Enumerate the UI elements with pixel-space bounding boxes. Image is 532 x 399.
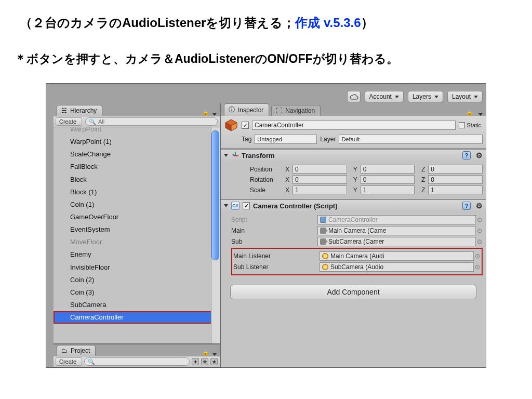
static-toggle[interactable]: Static [459,122,483,128]
script-component: C# ✓ Camera Controller (Script) ? ⚙ Scri… [221,199,486,278]
enable-checkbox[interactable]: ✓ [243,202,250,209]
tab-navigation[interactable]: ⛶ Navigation [271,105,321,116]
hierarchy-item[interactable]: WarpPoint [54,127,220,136]
lock-icon[interactable]: 🔒 [202,109,209,116]
object-picker-icon[interactable]: ⊙ [475,227,483,234]
hierarchy-item[interactable]: Coin (1) [54,198,220,211]
layer-dropdown[interactable]: Default [339,135,483,144]
hierarchy-item[interactable]: Coin (2) [54,274,220,286]
filter-icon[interactable]: ❖ [201,358,208,365]
hierarchy-item[interactable]: GameOverFloor [54,211,220,223]
object-picker-icon[interactable]: ⊙ [473,252,481,260]
object-name-field[interactable]: CameraController [252,121,456,130]
audio-icon [322,253,328,259]
tab-project[interactable]: 🗀 Project [57,345,96,356]
filter-icon[interactable]: ✦ [192,358,199,365]
lock-icon[interactable]: 🔒 [202,349,209,356]
scrollbar[interactable] [211,127,220,343]
cloud-button[interactable] [347,91,361,102]
position-y-field[interactable]: 0 [361,165,415,174]
scale-z-field[interactable]: 1 [428,185,483,194]
script-header[interactable]: C# ✓ Camera Controller (Script) ? ⚙ [221,200,486,211]
hierarchy-item[interactable]: EventSystem [54,223,220,236]
version-link[interactable]: 作成 v.5.3.6 [295,16,361,30]
object-picker-icon[interactable]: ⊙ [473,263,481,271]
unity-editor: Account Layers Layout ☵ Hierarchy 🔒 Crea… [46,83,486,368]
chevron-down-icon [395,96,399,98]
layer-label: Layer [320,136,336,143]
rotation-x-field[interactable]: 0 [292,175,347,184]
panel-menu-icon[interactable] [212,353,217,356]
folder-icon: 🗀 [61,347,68,354]
tag-dropdown[interactable]: Untagged [255,135,317,144]
sub-listener-field[interactable]: SubCamera (Audio [320,262,474,272]
foldout-icon[interactable] [224,154,228,157]
scale-y-field[interactable]: 1 [361,185,415,194]
hierarchy-item[interactable]: WarpPoint (1) [54,136,220,148]
hierarchy-search-input[interactable]: 🔍All [85,117,218,126]
transform-header[interactable]: Transform ? ⚙ [221,150,486,161]
rotation-z-field[interactable]: 0 [428,175,483,184]
rotation-y-field[interactable]: 0 [361,175,415,184]
hierarchy-create-button[interactable]: Create [56,117,82,126]
project-search-input[interactable]: 🔍 [84,357,190,366]
hierarchy-item-selected[interactable]: CameraController [54,311,220,324]
hierarchy-list[interactable]: WarpPointWarpPoint (1)ScaleChangeFallBlo… [54,127,220,343]
project-create-button[interactable]: Create [56,357,82,366]
scale-x-field[interactable]: 1 [292,185,347,194]
hierarchy-item[interactable]: Coin (3) [54,286,220,299]
chevron-down-icon [474,96,478,98]
main-label: Main [231,227,314,234]
script-field[interactable]: CameraController [317,215,476,224]
object-picker-icon[interactable]: ⊙ [475,238,483,245]
hierarchy-item[interactable]: SubCamera [54,299,220,311]
hierarchy-item[interactable]: MoveFloor [54,236,220,248]
lock-icon[interactable]: 🔒 [466,109,473,116]
sub-field[interactable]: SubCamera (Camer [317,237,476,246]
hierarchy-item[interactable]: ScaleChange [54,148,220,161]
hierarchy-item[interactable]: FallBlock [54,161,220,173]
gear-icon[interactable]: ⚙ [476,202,483,210]
rotation-label: Rotation [250,176,279,183]
add-component-button[interactable]: Add Component [230,285,476,299]
search-placeholder: All [98,118,104,125]
scale-label: Scale [250,187,279,194]
scroll-thumb[interactable] [211,130,219,260]
page-title: （２台のカメラのAudioListenerを切り替える；作成 v.5.3.6） [20,15,374,31]
hierarchy-icon: ☵ [61,107,67,114]
foldout-icon[interactable] [224,204,228,207]
gear-icon[interactable]: ⚙ [476,151,483,159]
help-icon[interactable]: ? [462,202,471,210]
script-icon: C# [231,202,240,210]
left-gutter [46,103,54,367]
camera-icon [320,228,326,234]
gameobject-icon[interactable] [224,118,238,132]
position-z-field[interactable]: 0 [428,165,483,174]
layers-dropdown[interactable]: Layers [408,91,443,102]
account-dropdown[interactable]: Account [365,91,404,102]
hierarchy-item[interactable]: Block [54,174,220,186]
x-label: X [282,166,289,173]
camera-icon [320,238,326,245]
active-checkbox[interactable]: ✓ [242,122,249,129]
hierarchy-panel: ☵ Hierarchy 🔒 Create 🔍All WarpPointWarpP… [54,103,221,367]
tab-hierarchy[interactable]: ☵ Hierarchy [57,105,102,116]
save-filter-icon[interactable]: ★ [210,358,218,365]
hierarchy-item[interactable]: Block (1) [54,186,220,198]
main-listener-label: Main Listener [233,252,316,260]
y-label: Y [350,166,357,173]
hierarchy-item[interactable]: InvisibleFloor [54,261,220,274]
layout-dropdown[interactable]: Layout [447,91,483,102]
help-icon[interactable]: ? [462,151,471,159]
tab-inspector[interactable]: ⓘ Inspector [224,103,269,116]
object-picker-icon[interactable]: ⊙ [475,216,483,223]
transform-icon [231,152,238,159]
gameobject-header: ✓ CameraController Static Tag Untagged L… [221,116,486,149]
highlighted-fields: Main Listener Main Camera (Audi⊙ Sub Lis… [231,248,483,275]
main-listener-field[interactable]: Main Camera (Audi [320,251,474,261]
sub-label: Sub [231,238,314,245]
main-field[interactable]: Main Camera (Came [317,226,476,235]
position-x-field[interactable]: 0 [292,165,347,174]
hierarchy-item[interactable]: Enemy [54,248,220,261]
script-ref-icon [320,217,326,223]
